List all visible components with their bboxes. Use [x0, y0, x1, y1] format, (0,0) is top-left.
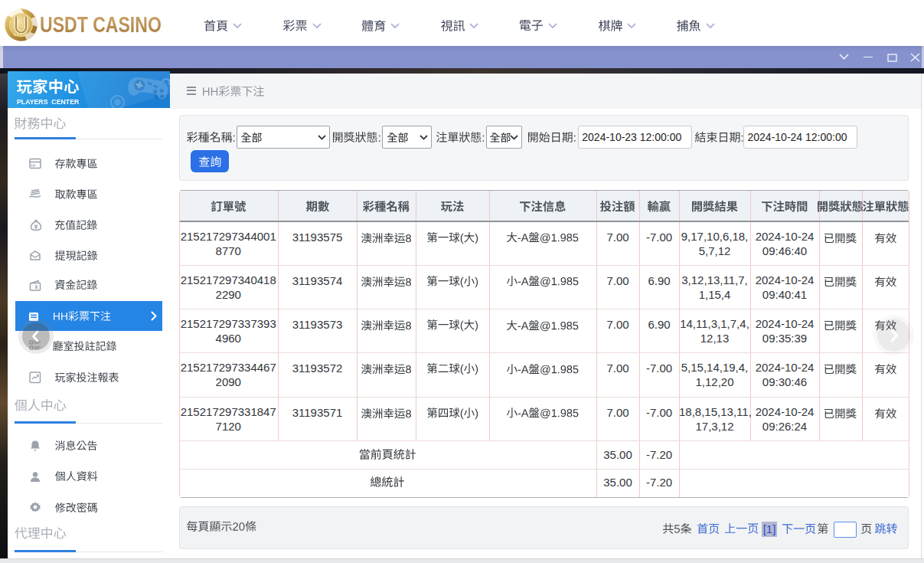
svg-text:CASINO: CASINO — [14, 32, 29, 37]
